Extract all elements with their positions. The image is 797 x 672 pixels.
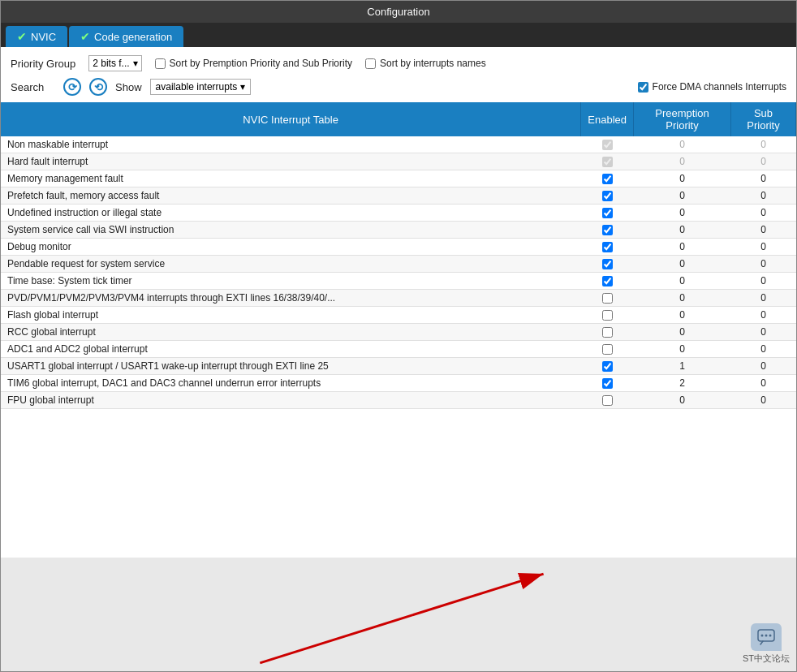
interrupt-name: Prefetch fault, memory access fault <box>1 187 581 205</box>
interrupt-subpriority: 0 <box>731 341 796 358</box>
interrupt-enabled-checkbox[interactable] <box>602 395 613 406</box>
interrupt-enabled-checkbox[interactable] <box>602 344 613 355</box>
tabs-row: ✔ NVIC ✔ Code generation <box>1 23 796 47</box>
interrupt-name: Time base: System tick timer <box>1 273 581 290</box>
interrupt-enabled-cell <box>581 392 634 409</box>
interrupt-enabled-checkbox[interactable] <box>602 174 613 184</box>
table-row: Memory management fault00 <box>1 170 796 187</box>
interrupt-subpriority: 0 <box>731 239 796 256</box>
tab-nvic[interactable]: ✔ NVIC <box>6 26 67 47</box>
table-row: Time base: System tick timer00 <box>1 273 796 290</box>
interrupt-subpriority: 0 <box>731 187 796 205</box>
priority-group-label: Priority Group <box>11 58 75 70</box>
interrupt-preemption: 0 <box>634 273 731 290</box>
table-row: RCC global interrupt00 <box>1 324 796 341</box>
interrupt-enabled-checkbox[interactable] <box>602 378 613 389</box>
title-bar: Configuration <box>1 1 796 23</box>
nvic-table-container: NVIC Interrupt Table Enabled Preemption … <box>1 102 796 558</box>
sort-names-checkbox-label[interactable]: Sort by interrupts names <box>365 58 486 69</box>
codegen-check-icon: ✔ <box>80 30 90 43</box>
interrupt-enabled-checkbox[interactable] <box>602 293 613 304</box>
interrupt-subpriority: 0 <box>731 153 796 170</box>
search-next-btn[interactable]: ⟲ <box>89 78 107 96</box>
interrupt-subpriority: 0 <box>731 256 796 273</box>
interrupt-enabled-cell <box>581 222 634 239</box>
interrupt-enabled-checkbox[interactable] <box>602 208 613 218</box>
interrupt-subpriority: 0 <box>731 222 796 239</box>
interrupt-enabled-checkbox[interactable] <box>602 259 613 269</box>
sort-premption-label: Sort by Premption Priority and Sub Prior… <box>170 58 352 69</box>
interrupt-enabled-checkbox[interactable] <box>602 140 613 150</box>
force-dma-checkbox-label[interactable]: Force DMA channels Interrupts <box>638 81 786 93</box>
interrupt-name: Undefined instruction or illegal state <box>1 205 581 222</box>
interrupt-enabled-checkbox[interactable] <box>602 157 613 167</box>
interrupt-preemption: 1 <box>634 358 731 375</box>
interrupt-enabled-cell <box>581 375 634 392</box>
search-prev-icon: ⟳ <box>68 81 77 93</box>
interrupt-preemption: 0 <box>634 153 731 170</box>
interrupt-enabled-checkbox[interactable] <box>602 327 613 338</box>
interrupt-preemption: 2 <box>634 375 731 392</box>
window-title: Configuration <box>367 6 429 18</box>
search-prev-btn[interactable]: ⟳ <box>63 78 81 96</box>
interrupt-enabled-checkbox[interactable] <box>602 276 613 286</box>
table-row: Prefetch fault, memory access fault00 <box>1 187 796 205</box>
interrupt-preemption: 0 <box>634 187 731 205</box>
show-label: Show <box>115 81 142 93</box>
priority-group-select[interactable]: 2 bits f... ▾ <box>88 55 141 71</box>
search-label: Search <box>11 81 55 93</box>
interrupt-preemption: 0 <box>634 222 731 239</box>
sort-names-checkbox[interactable] <box>365 58 376 69</box>
interrupt-enabled-cell <box>581 205 634 222</box>
table-row: System service call via SWI instruction0… <box>1 222 796 239</box>
interrupt-enabled-cell <box>581 256 634 273</box>
show-select[interactable]: available interrupts ▾ <box>150 79 252 95</box>
nvic-check-icon: ✔ <box>17 30 27 43</box>
interrupt-preemption: 0 <box>634 136 731 153</box>
interrupt-enabled-cell <box>581 187 634 205</box>
annotation-arrow <box>1 558 796 671</box>
force-dma-checkbox[interactable] <box>638 82 648 93</box>
col-header-subpriority: Sub Priority <box>731 102 796 136</box>
interrupt-enabled-checkbox[interactable] <box>602 310 613 321</box>
config-row1: Priority Group 2 bits f... ▾ Sort by Pre… <box>11 55 786 71</box>
tab-code-generation[interactable]: ✔ Code generation <box>69 26 183 47</box>
interrupt-name: RCC global interrupt <box>1 324 581 341</box>
interrupt-enabled-cell <box>581 136 634 153</box>
interrupt-subpriority: 0 <box>731 324 796 341</box>
interrupt-enabled-cell <box>581 358 634 375</box>
interrupt-preemption: 0 <box>634 256 731 273</box>
interrupt-enabled-checkbox[interactable] <box>602 242 613 252</box>
interrupt-enabled-cell <box>581 307 634 324</box>
interrupt-subpriority: 0 <box>731 273 796 290</box>
watermark: ST中文论坛 <box>743 623 790 665</box>
sort-premption-checkbox-label[interactable]: Sort by Premption Priority and Sub Prior… <box>155 58 352 69</box>
interrupt-enabled-cell <box>581 170 634 187</box>
force-dma-label-text: Force DMA channels Interrupts <box>653 81 786 93</box>
interrupt-name: USART1 global interrupt / USART1 wake-up… <box>1 358 581 375</box>
interrupt-preemption: 0 <box>634 170 731 187</box>
interrupt-enabled-checkbox[interactable] <box>602 361 613 372</box>
interrupt-preemption: 0 <box>634 392 731 409</box>
sort-premption-checkbox[interactable] <box>155 58 166 69</box>
table-row: FPU global interrupt00 <box>1 392 796 409</box>
svg-point-3 <box>760 635 763 637</box>
svg-point-5 <box>769 635 771 637</box>
interrupt-enabled-checkbox[interactable] <box>602 225 613 235</box>
interrupt-enabled-cell <box>581 290 634 307</box>
col-header-name: NVIC Interrupt Table <box>1 102 581 136</box>
priority-group-dropdown-icon: ▾ <box>133 58 138 69</box>
col-header-enabled: Enabled <box>581 102 634 136</box>
interrupt-name: Flash global interrupt <box>1 307 581 324</box>
interrupt-subpriority: 0 <box>731 358 796 375</box>
interrupt-preemption: 0 <box>634 341 731 358</box>
interrupt-name: Non maskable interrupt <box>1 136 581 153</box>
show-select-value: available interrupts <box>156 81 238 93</box>
interrupt-subpriority: 0 <box>731 392 796 409</box>
annotation-area: ST中文论坛 <box>1 558 796 671</box>
interrupt-enabled-checkbox[interactable] <box>602 191 613 201</box>
tab-codegen-label: Code generation <box>94 31 172 43</box>
watermark-text: ST中文论坛 <box>743 653 790 665</box>
search-next-icon: ⟲ <box>94 81 103 93</box>
interrupt-preemption: 0 <box>634 239 731 256</box>
